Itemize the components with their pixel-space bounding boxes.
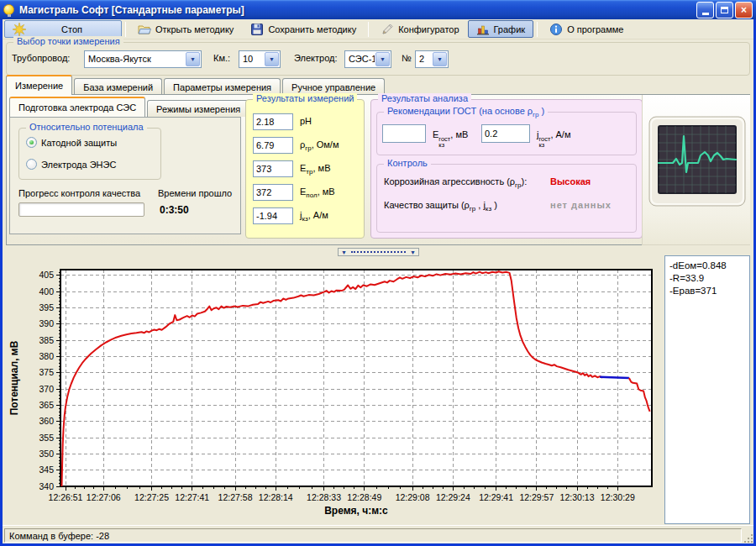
measurement-results-group: Результаты измерений pH ρгр, Ом/м Eтр, м… xyxy=(245,99,365,239)
radio-enes-electrode[interactable]: Электрода ЭНЭС xyxy=(26,159,116,170)
value-r: -R=33.9 xyxy=(669,272,745,285)
jkz-gost-input[interactable] xyxy=(481,124,530,143)
open-method-button[interactable]: Открыть методику xyxy=(129,20,242,38)
tab-rezhimy-izmereniya[interactable]: Режимы измерения xyxy=(147,100,249,117)
point-select-group: Выбор точки измерения Трубопровод: Москв… xyxy=(6,42,750,76)
chevron-down-icon[interactable]: ▼ xyxy=(375,52,390,66)
svg-text:12:27:41: 12:27:41 xyxy=(175,492,209,502)
svg-text:400: 400 xyxy=(39,286,54,297)
radio-checked-icon xyxy=(26,137,37,148)
window-content: Стоп Открыть методику Сохранить методику xyxy=(0,19,756,546)
electrode-combo[interactable]: СЭС-1 ▼ xyxy=(344,50,391,68)
epol-input[interactable] xyxy=(253,184,293,201)
svg-text:12:29:08: 12:29:08 xyxy=(396,492,430,502)
measurement-results-title: Результаты измерений xyxy=(253,93,357,103)
value-erav: -Ерав=371 xyxy=(669,285,745,297)
jkz-input[interactable] xyxy=(253,207,293,224)
stop-label: Стоп xyxy=(30,24,113,34)
chevron-down-icon[interactable]: ▼ xyxy=(186,52,200,66)
svg-text:350: 350 xyxy=(39,449,54,459)
svg-text:405: 405 xyxy=(39,270,54,280)
close-icon: × xyxy=(741,4,747,16)
close-button[interactable]: × xyxy=(735,2,753,18)
open-folder-icon xyxy=(138,23,151,36)
svg-text:12:28:14: 12:28:14 xyxy=(259,492,293,502)
x-axis-title: Время, ч:м:с xyxy=(324,505,388,517)
tab-label: Подготовка электрода СЭС xyxy=(18,102,136,113)
app-bulb-icon xyxy=(3,4,14,15)
chevron-down-icon[interactable]: ▼ xyxy=(265,52,279,66)
km-combo[interactable]: 10 ▼ xyxy=(239,50,281,68)
star-icon xyxy=(13,23,26,36)
svg-text:12:26:51: 12:26:51 xyxy=(49,492,83,502)
save-method-button[interactable]: Сохранить методику xyxy=(242,20,365,38)
chevron-down-icon[interactable]: ▼ xyxy=(433,52,447,66)
toolbar-separator xyxy=(125,22,126,37)
tab-izmerenie[interactable]: Измерение xyxy=(6,75,72,95)
ph-input[interactable] xyxy=(253,113,293,130)
jkz-gost-label: jгосткз, А/м xyxy=(537,129,570,148)
svg-text:12:27:06: 12:27:06 xyxy=(87,492,121,502)
window-title: Магистраль Софт [Стандартные параметры] xyxy=(19,4,696,16)
configurator-button[interactable]: Конфигуратор xyxy=(372,20,467,38)
chart-splitter[interactable]: ▼ ▼ xyxy=(338,248,419,256)
electrode-prep-panel: Относительно потенциала Катодной защиты … xyxy=(9,117,241,234)
electrode-label: Электрод: xyxy=(294,50,338,63)
about-button[interactable]: О программе xyxy=(541,20,632,38)
tab-ruchnoe-upravlenie[interactable]: Ручное управление xyxy=(282,78,385,95)
collapse-arrow-icon[interactable]: ▼ xyxy=(410,249,416,255)
about-label: О программе xyxy=(567,24,623,34)
radio-cathodic-protection[interactable]: Катодной защиты xyxy=(26,137,117,148)
tab-parametry-izmereniya[interactable]: Параметры измерения xyxy=(164,78,281,95)
pipeline-combo[interactable]: Москва-Якутск ▼ xyxy=(84,50,202,68)
main-tabstrip: Измерение База измерений Параметры измер… xyxy=(6,76,386,95)
stop-button[interactable]: Стоп xyxy=(4,20,122,38)
resize-grip[interactable] xyxy=(743,533,753,543)
analysis-results-group: Результаты анализа Рекомендации ГОСТ (на… xyxy=(370,99,643,239)
etr-unit-label: Eтр, мВ xyxy=(300,163,330,176)
point-select-title: Выбор точки измерения xyxy=(13,36,123,46)
pencil-icon xyxy=(381,23,394,36)
corrosion-aggressiveness-label: Коррозийная агрессивность (ρгр): xyxy=(384,176,527,189)
inner-tabstrip: Подготовка электрода СЭС Режимы измерени… xyxy=(9,98,251,117)
chart-button[interactable]: График xyxy=(468,20,534,38)
svg-text:370: 370 xyxy=(39,384,54,394)
svg-text:345: 345 xyxy=(39,465,54,475)
km-value: 10 xyxy=(239,51,264,67)
number-combo[interactable]: 2 ▼ xyxy=(415,50,449,68)
bar-chart-icon xyxy=(476,23,490,36)
svg-text:12:29:24: 12:29:24 xyxy=(436,492,470,502)
elapsed-label: Времени прошло xyxy=(158,188,232,198)
analysis-results-title: Результаты анализа xyxy=(378,93,471,103)
title-bar[interactable]: Магистраль Софт [Стандартные параметры] … xyxy=(0,0,756,19)
tab-label: Ручное управление xyxy=(291,82,375,92)
collapse-arrow-icon[interactable]: ▼ xyxy=(341,249,347,255)
app-window: Магистраль Софт [Стандартные параметры] … xyxy=(0,0,756,546)
tab-label: Параметры измерения xyxy=(173,82,271,92)
minimize-button[interactable] xyxy=(696,2,714,18)
jkz-unit-label: jкз, А/м xyxy=(300,210,328,223)
elapsed-value: 0:3:50 xyxy=(160,204,189,216)
epol-unit-label: Eпол, мВ xyxy=(300,186,335,199)
ekz-gost-input[interactable] xyxy=(382,124,426,143)
floppy-icon xyxy=(250,23,264,36)
chart-canvas[interactable]: 3403453503553603653703753803853903954004… xyxy=(5,258,665,525)
ph-unit-label: pH xyxy=(300,116,312,126)
svg-text:375: 375 xyxy=(39,367,54,377)
chart-label: График xyxy=(494,24,526,34)
etr-input[interactable] xyxy=(253,160,293,177)
value-deom: -dEом=0.848 xyxy=(669,260,745,272)
ekz-gost-label: Eгосткз, мВ xyxy=(433,129,468,148)
pipeline-label: Трубопровод: xyxy=(12,50,70,63)
maximize-button[interactable] xyxy=(716,2,733,18)
tab-label: Режимы измерения xyxy=(156,104,240,114)
tab-baza-izmereniy[interactable]: База измерений xyxy=(74,78,162,95)
potential-chart[interactable]: 3403453503553603653703753803853903954004… xyxy=(5,258,665,525)
number-label: № xyxy=(402,50,412,63)
rho-input[interactable] xyxy=(253,137,293,154)
quality-progress-bar xyxy=(18,202,144,217)
status-bar: Комманд в буфере: -28 xyxy=(3,525,753,543)
svg-text:12:28:49: 12:28:49 xyxy=(347,492,381,502)
radio-label: Катодной защиты xyxy=(41,138,117,148)
tab-podgotovka-electroda[interactable]: Подготовка электрода СЭС xyxy=(9,97,145,117)
